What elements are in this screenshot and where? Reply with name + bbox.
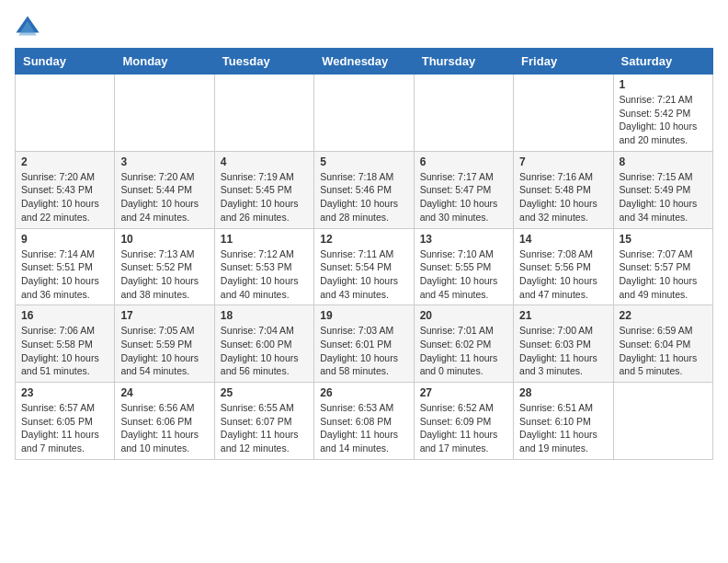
day-number: 8	[620, 155, 707, 168]
day-info: Sunrise: 6:59 AM Sunset: 6:04 PM Dayligh…	[620, 324, 707, 378]
day-info: Sunrise: 7:15 AM Sunset: 5:49 PM Dayligh…	[620, 170, 707, 224]
day-info: Sunrise: 7:19 AM Sunset: 5:45 PM Dayligh…	[221, 170, 308, 224]
calendar-table: SundayMondayTuesdayWednesdayThursdayFrid…	[15, 48, 713, 460]
calendar-cell: 8Sunrise: 7:15 AM Sunset: 5:49 PM Daylig…	[613, 151, 712, 228]
calendar-week-5: 23Sunrise: 6:57 AM Sunset: 6:05 PM Dayli…	[16, 383, 713, 460]
day-info: Sunrise: 7:13 AM Sunset: 5:52 PM Dayligh…	[120, 247, 208, 302]
day-of-week-monday: Monday	[115, 49, 214, 75]
day-number: 26	[320, 386, 407, 399]
day-number: 25	[221, 386, 308, 399]
day-number: 22	[620, 309, 707, 322]
page-header	[15, 15, 713, 40]
day-info: Sunrise: 7:06 AM Sunset: 5:58 PM Dayligh…	[21, 324, 108, 378]
day-info: Sunrise: 7:04 AM Sunset: 6:00 PM Dayligh…	[221, 324, 308, 378]
day-number: 1	[620, 78, 707, 91]
calendar-cell: 16Sunrise: 7:06 AM Sunset: 5:58 PM Dayli…	[16, 305, 115, 383]
calendar-cell: 27Sunrise: 6:52 AM Sunset: 6:09 PM Dayli…	[414, 383, 513, 460]
calendar-cell: 21Sunrise: 7:00 AM Sunset: 6:03 PM Dayli…	[514, 305, 613, 383]
day-number: 27	[420, 386, 507, 399]
day-info: Sunrise: 7:20 AM Sunset: 5:43 PM Dayligh…	[21, 170, 108, 224]
logo-icon	[15, 15, 40, 40]
calendar-cell: 23Sunrise: 6:57 AM Sunset: 6:05 PM Dayli…	[16, 383, 115, 460]
day-of-week-sunday: Sunday	[16, 49, 115, 75]
calendar-cell: 17Sunrise: 7:05 AM Sunset: 5:59 PM Dayli…	[115, 305, 214, 383]
calendar-cell: 13Sunrise: 7:10 AM Sunset: 5:55 PM Dayli…	[414, 228, 513, 305]
day-of-week-tuesday: Tuesday	[214, 49, 313, 75]
day-number: 24	[120, 386, 208, 399]
day-of-week-thursday: Thursday	[414, 49, 513, 75]
day-number: 14	[519, 233, 607, 246]
calendar-cell	[613, 383, 712, 460]
day-number: 2	[21, 155, 108, 168]
day-info: Sunrise: 7:03 AM Sunset: 6:01 PM Dayligh…	[320, 324, 407, 378]
day-info: Sunrise: 6:56 AM Sunset: 6:06 PM Dayligh…	[120, 401, 208, 455]
calendar-week-2: 2Sunrise: 7:20 AM Sunset: 5:43 PM Daylig…	[16, 151, 713, 228]
calendar-cell: 14Sunrise: 7:08 AM Sunset: 5:56 PM Dayli…	[514, 228, 613, 305]
logo	[15, 15, 44, 40]
day-number: 12	[320, 233, 407, 246]
day-of-week-friday: Friday	[514, 49, 613, 75]
calendar-cell: 2Sunrise: 7:20 AM Sunset: 5:43 PM Daylig…	[16, 151, 115, 228]
calendar-cell	[115, 75, 214, 152]
day-number: 4	[221, 155, 308, 168]
calendar-cell	[214, 75, 313, 152]
calendar-cell: 6Sunrise: 7:17 AM Sunset: 5:47 PM Daylig…	[414, 151, 513, 228]
calendar-cell: 28Sunrise: 6:51 AM Sunset: 6:10 PM Dayli…	[514, 383, 613, 460]
day-number: 6	[420, 155, 507, 168]
day-info: Sunrise: 7:20 AM Sunset: 5:44 PM Dayligh…	[120, 170, 208, 224]
calendar-cell: 18Sunrise: 7:04 AM Sunset: 6:00 PM Dayli…	[214, 305, 313, 383]
day-info: Sunrise: 6:53 AM Sunset: 6:08 PM Dayligh…	[320, 401, 407, 455]
calendar-cell: 3Sunrise: 7:20 AM Sunset: 5:44 PM Daylig…	[115, 151, 214, 228]
day-number: 3	[120, 155, 208, 168]
calendar-cell: 5Sunrise: 7:18 AM Sunset: 5:46 PM Daylig…	[314, 151, 414, 228]
calendar-cell: 12Sunrise: 7:11 AM Sunset: 5:54 PM Dayli…	[314, 228, 414, 305]
day-info: Sunrise: 7:17 AM Sunset: 5:47 PM Dayligh…	[420, 170, 507, 224]
calendar-cell	[314, 75, 414, 152]
day-number: 21	[519, 309, 607, 322]
day-info: Sunrise: 7:21 AM Sunset: 5:42 PM Dayligh…	[620, 93, 707, 147]
day-info: Sunrise: 7:07 AM Sunset: 5:57 PM Dayligh…	[620, 247, 707, 302]
calendar-cell: 4Sunrise: 7:19 AM Sunset: 5:45 PM Daylig…	[214, 151, 313, 228]
calendar-header-row: SundayMondayTuesdayWednesdayThursdayFrid…	[16, 49, 713, 75]
calendar-cell: 7Sunrise: 7:16 AM Sunset: 5:48 PM Daylig…	[514, 151, 613, 228]
day-info: Sunrise: 7:05 AM Sunset: 5:59 PM Dayligh…	[120, 324, 208, 378]
calendar-cell: 25Sunrise: 6:55 AM Sunset: 6:07 PM Dayli…	[214, 383, 313, 460]
calendar-cell: 15Sunrise: 7:07 AM Sunset: 5:57 PM Dayli…	[613, 228, 712, 305]
calendar-cell	[514, 75, 613, 152]
calendar-cell: 1Sunrise: 7:21 AM Sunset: 5:42 PM Daylig…	[613, 75, 712, 152]
calendar-cell: 9Sunrise: 7:14 AM Sunset: 5:51 PM Daylig…	[16, 228, 115, 305]
day-number: 10	[120, 233, 208, 246]
day-number: 23	[21, 386, 108, 399]
day-number: 7	[519, 155, 607, 168]
calendar-cell	[16, 75, 115, 152]
day-info: Sunrise: 6:57 AM Sunset: 6:05 PM Dayligh…	[21, 401, 108, 455]
calendar-cell: 20Sunrise: 7:01 AM Sunset: 6:02 PM Dayli…	[414, 305, 513, 383]
day-number: 5	[320, 155, 407, 168]
day-number: 16	[21, 309, 108, 322]
day-info: Sunrise: 7:14 AM Sunset: 5:51 PM Dayligh…	[21, 247, 108, 302]
day-info: Sunrise: 7:11 AM Sunset: 5:54 PM Dayligh…	[320, 247, 407, 302]
day-info: Sunrise: 7:08 AM Sunset: 5:56 PM Dayligh…	[519, 247, 607, 302]
day-of-week-saturday: Saturday	[613, 49, 712, 75]
calendar-cell	[414, 75, 513, 152]
calendar-cell: 22Sunrise: 6:59 AM Sunset: 6:04 PM Dayli…	[613, 305, 712, 383]
day-of-week-wednesday: Wednesday	[314, 49, 414, 75]
day-number: 17	[120, 309, 208, 322]
calendar-week-3: 9Sunrise: 7:14 AM Sunset: 5:51 PM Daylig…	[16, 228, 713, 305]
day-number: 15	[620, 233, 707, 246]
day-info: Sunrise: 7:00 AM Sunset: 6:03 PM Dayligh…	[519, 324, 607, 378]
day-number: 18	[221, 309, 308, 322]
day-number: 19	[320, 309, 407, 322]
day-info: Sunrise: 6:55 AM Sunset: 6:07 PM Dayligh…	[221, 401, 308, 455]
day-info: Sunrise: 7:12 AM Sunset: 5:53 PM Dayligh…	[221, 247, 308, 302]
calendar-cell: 10Sunrise: 7:13 AM Sunset: 5:52 PM Dayli…	[115, 228, 214, 305]
day-info: Sunrise: 7:10 AM Sunset: 5:55 PM Dayligh…	[420, 247, 507, 302]
calendar-cell: 19Sunrise: 7:03 AM Sunset: 6:01 PM Dayli…	[314, 305, 414, 383]
calendar-cell: 11Sunrise: 7:12 AM Sunset: 5:53 PM Dayli…	[214, 228, 313, 305]
calendar-week-1: 1Sunrise: 7:21 AM Sunset: 5:42 PM Daylig…	[16, 75, 713, 152]
day-info: Sunrise: 6:52 AM Sunset: 6:09 PM Dayligh…	[420, 401, 507, 455]
day-number: 13	[420, 233, 507, 246]
calendar-week-4: 16Sunrise: 7:06 AM Sunset: 5:58 PM Dayli…	[16, 305, 713, 383]
day-number: 11	[221, 233, 308, 246]
calendar-cell: 24Sunrise: 6:56 AM Sunset: 6:06 PM Dayli…	[115, 383, 214, 460]
